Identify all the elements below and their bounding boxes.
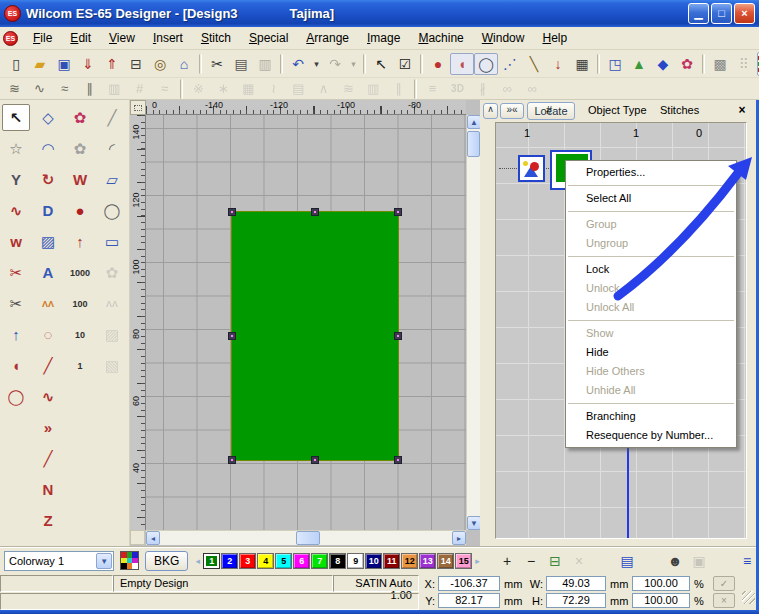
scroll-up-button[interactable]: ▲ <box>467 115 481 129</box>
ruler-origin-button[interactable] <box>130 100 146 115</box>
remove-stitches-tool[interactable]: ✂ <box>2 259 30 286</box>
stitch-grid-button[interactable]: ▤ <box>286 79 311 98</box>
motif-run-button[interactable]: ⋰ <box>498 53 522 75</box>
background-color-button[interactable]: BKG <box>145 551 188 571</box>
x-field[interactable]: -106.37 <box>438 576 500 591</box>
ellipse-motif-tool[interactable]: ◯ <box>2 383 30 410</box>
print-button[interactable]: ⊟ <box>124 53 148 75</box>
mirror-merge-tool[interactable]: ◠ <box>34 135 62 162</box>
scale-y-field[interactable]: 100.00 <box>632 593 690 608</box>
stitch-tatami-button[interactable]: ∿ <box>27 79 52 98</box>
stitch-patch-button[interactable]: ● <box>426 53 450 75</box>
scroll-left-button[interactable]: ◂ <box>146 531 160 545</box>
reshape-tool[interactable]: ◇ <box>34 104 62 131</box>
stitch-loop2-button[interactable]: ∞ <box>520 79 545 98</box>
column-width-tool[interactable]: w <box>2 228 30 255</box>
redo-dropdown[interactable]: ▾ <box>347 53 360 75</box>
outline-fill-button[interactable]: ◯ <box>474 53 498 75</box>
scroll-colors-left-icon[interactable]: ◂ <box>192 552 203 570</box>
arrow-run-tool[interactable]: » <box>34 414 62 441</box>
freehand-select-tool[interactable]: ☆ <box>2 135 30 162</box>
stitch-edit-tool[interactable]: ∿ <box>2 197 30 224</box>
color-swatch[interactable]: 1 <box>203 553 220 569</box>
context-menu-item[interactable]: Ungroup <box>566 234 736 253</box>
save-design-button[interactable]: ▣ <box>52 53 76 75</box>
scroll-down-button[interactable]: ▼ <box>467 516 481 530</box>
stitch-mesh-button[interactable]: ▦ <box>236 79 261 98</box>
color-swatch[interactable]: 4 <box>257 553 274 569</box>
vertical-scrollbar[interactable]: ▲ ▼ <box>466 115 480 530</box>
color-swatch[interactable]: 12 <box>401 553 418 569</box>
paste-button[interactable]: ▥ <box>253 53 277 75</box>
selection-handle[interactable] <box>394 332 402 340</box>
menu-help[interactable]: Help <box>533 29 576 47</box>
view-3d-button[interactable]: 3D <box>445 79 470 98</box>
cancel-button[interactable]: × <box>713 593 735 608</box>
context-menu-item[interactable]: Hide Others <box>566 362 736 381</box>
rotate-tool[interactable]: ↻ <box>34 166 62 193</box>
context-menu-item[interactable]: Select All <box>566 189 736 208</box>
menu-edit[interactable]: Edit <box>61 29 100 47</box>
segment-reshape-tool[interactable]: ╱ <box>34 352 62 379</box>
context-menu-item[interactable]: Hide <box>566 343 736 362</box>
parallel-weave-tool[interactable]: ╱ <box>98 104 126 131</box>
scroll-right-button[interactable]: ▸ <box>452 531 466 545</box>
horizontal-scroll-thumb[interactable] <box>296 531 320 545</box>
menu-window[interactable]: Window <box>473 29 534 47</box>
grid-toggle-button[interactable]: ▦ <box>570 53 594 75</box>
buddy-motif-tool[interactable]: ΛΛ <box>34 290 62 317</box>
resize-grip[interactable] <box>742 591 755 604</box>
artistic-view-button[interactable]: ✿ <box>675 53 699 75</box>
color-swatch[interactable]: 13 <box>419 553 436 569</box>
menu-view[interactable]: View <box>100 29 144 47</box>
context-menu-item[interactable]: Unlock <box>566 279 736 298</box>
skew-lettering-tool[interactable]: D <box>34 197 62 224</box>
select-tool[interactable]: ↖ <box>2 104 30 131</box>
color-swatch[interactable]: 15 <box>455 553 472 569</box>
context-menu-item[interactable]: Show <box>566 324 736 343</box>
satin-fill-button[interactable]: ◖ <box>450 53 474 75</box>
travel-1000-tool[interactable]: 1000 <box>66 259 94 286</box>
stitch-satin-button[interactable]: ≋ <box>2 79 27 98</box>
stitch-points-button[interactable]: ⠿ <box>732 53 756 75</box>
n-shape-run-tool[interactable]: N <box>34 476 62 503</box>
color-swatch[interactable]: 11 <box>383 553 400 569</box>
complex-fill-tool[interactable]: ▱ <box>98 166 126 193</box>
panel-collapse-button[interactable]: ∧ <box>483 103 498 119</box>
texture-tool-disabled-2[interactable]: ▧ <box>98 352 126 379</box>
stitch-radial-button[interactable]: ※ <box>186 79 211 98</box>
menu-image[interactable]: Image <box>358 29 409 47</box>
context-menu-item[interactable]: Group <box>566 215 736 234</box>
print-colors-button[interactable]: ⊟ <box>543 551 567 571</box>
context-menu-item[interactable]: Resequence by Number... <box>566 426 736 445</box>
penetration-button[interactable]: ↓ <box>546 53 570 75</box>
applique-tool[interactable]: ▨ <box>34 228 62 255</box>
stitch-bars-button[interactable]: ∥ <box>386 79 411 98</box>
selection-handle[interactable] <box>228 332 236 340</box>
rectangle-tool[interactable]: ▭ <box>98 228 126 255</box>
stitch-linefill-button[interactable]: ▥ <box>102 79 127 98</box>
color-swatch[interactable]: 14 <box>437 553 454 569</box>
color-swatch[interactable]: 8 <box>329 553 346 569</box>
close-button[interactable]: × <box>734 3 755 24</box>
colorway-select[interactable]: Colorway 1 ▼ <box>4 551 114 571</box>
penetrations-tool[interactable]: ↑ <box>66 228 94 255</box>
print-preview-button[interactable]: ◎ <box>148 53 172 75</box>
measure-button[interactable]: ╲ <box>522 53 546 75</box>
menu-stitch[interactable]: Stitch <box>192 29 240 47</box>
undo-dropdown[interactable]: ▾ <box>310 53 323 75</box>
stitch-lines-button[interactable]: ≡ <box>420 79 445 98</box>
apply-button[interactable]: ✓ <box>713 576 735 591</box>
stitch-mountain-button[interactable]: ∧ <box>311 79 336 98</box>
stitch-column-button[interactable]: ▥ <box>361 79 386 98</box>
panel-shrink-button[interactable]: »« <box>500 103 524 119</box>
bitmap-image-button[interactable]: ▩ <box>708 53 732 75</box>
figures-tool-disabled[interactable]: ΛΛ <box>98 290 126 317</box>
selection-handle[interactable] <box>228 456 236 464</box>
y-field[interactable]: 82.17 <box>438 593 500 608</box>
stitch-machine-button[interactable]: ⌂ <box>172 53 196 75</box>
chain-stitch-tool[interactable]: ∿ <box>34 383 62 410</box>
lettering-tool[interactable]: A <box>34 259 62 286</box>
w-field[interactable]: 49.03 <box>546 576 606 591</box>
stitch-zigzag-button[interactable]: ≈ <box>52 79 77 98</box>
